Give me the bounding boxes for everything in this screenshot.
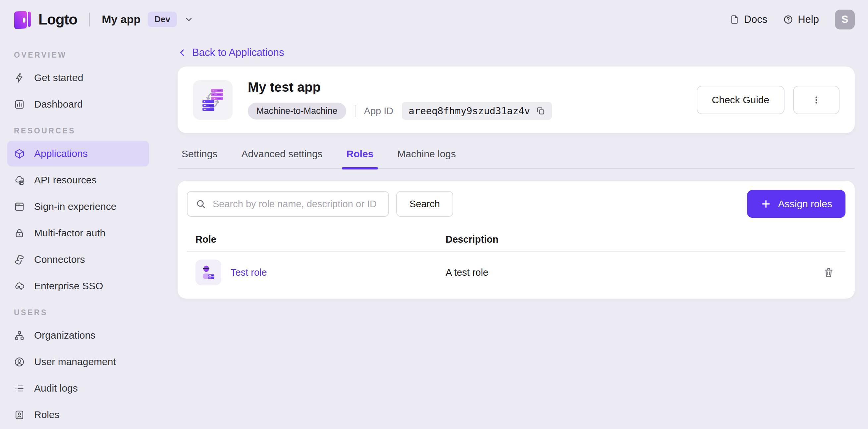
connectors-icon — [14, 254, 25, 265]
role-search-box[interactable] — [187, 191, 389, 217]
role-name-link[interactable]: Test role — [230, 267, 267, 278]
assign-roles-label: Assign roles — [778, 198, 832, 209]
sidebar-item-label: Multi-factor auth — [34, 227, 105, 239]
sidebar-item-get-started[interactable]: Get started — [7, 65, 149, 91]
app-id-pill: areeq8fhmy9szud31az4v — [402, 102, 552, 120]
user-circle-icon — [14, 357, 25, 367]
back-to-applications-link[interactable]: Back to Applications — [178, 47, 284, 59]
lightning-icon — [14, 72, 25, 84]
sidebar-item-label: Organizations — [34, 330, 95, 341]
docs-button[interactable]: Docs — [730, 13, 768, 26]
roles-panel: Search Assign roles Role Description — [178, 181, 855, 299]
app-header-card: My test app Machine-to-Machine App ID ar… — [178, 67, 855, 133]
kebab-icon — [811, 95, 821, 105]
trash-icon — [823, 267, 834, 278]
app-icon — [193, 80, 232, 120]
id-card-icon — [14, 409, 25, 420]
role-search-input[interactable] — [213, 199, 380, 209]
org-chart-icon — [14, 330, 25, 341]
sidebar-item-label: Roles — [34, 409, 60, 420]
chevron-left-icon — [178, 48, 187, 57]
sidebar-item-roles[interactable]: Roles — [7, 402, 149, 428]
section-label-resources: RESOURCES — [14, 127, 149, 135]
sidebar-item-label: Connectors — [34, 254, 85, 265]
roles-toolbar: Search Assign roles — [187, 190, 845, 218]
sidebar-item-label: Dashboard — [34, 99, 83, 110]
tab-settings[interactable]: Settings — [182, 148, 217, 168]
help-button[interactable]: Help — [783, 13, 819, 26]
sidebar-item-user-management[interactable]: User management — [7, 349, 149, 375]
topbar-right: Docs Help S — [730, 10, 855, 29]
sidebar-item-enterprise-sso[interactable]: Enterprise SSO — [7, 273, 149, 299]
copy-icon — [536, 106, 545, 116]
chevron-down-icon — [184, 15, 193, 24]
sidebar-item-organizations[interactable]: Organizations — [7, 322, 149, 348]
brand: Logto — [13, 9, 77, 30]
list-icon — [14, 383, 25, 394]
app-type-badge: Machine-to-Machine — [248, 103, 346, 120]
search-icon — [195, 199, 206, 209]
help-icon — [783, 14, 793, 25]
copy-app-id-button[interactable] — [536, 106, 545, 116]
roles-table-header: Role Description — [187, 228, 845, 252]
main-content: Back to Applications — [156, 39, 868, 429]
sidebar-item-label: Applications — [34, 148, 88, 159]
help-label: Help — [798, 13, 819, 26]
sidebar-item-audit-logs[interactable]: Audit logs — [7, 375, 149, 401]
search-button[interactable]: Search — [396, 191, 453, 217]
section-label-overview: OVERVIEW — [14, 51, 149, 60]
docs-label: Docs — [744, 13, 768, 26]
cloud-database-icon — [14, 175, 25, 186]
back-link-label: Back to Applications — [192, 47, 284, 59]
tenant-name: My app — [102, 13, 141, 26]
section-label-users: USERS — [14, 308, 149, 317]
role-description: A test role — [445, 267, 820, 278]
sidebar-item-multi-factor-auth[interactable]: Multi-factor auth — [7, 220, 149, 246]
sidebar-item-label: User management — [34, 356, 116, 367]
tab-machine-logs[interactable]: Machine logs — [397, 148, 456, 168]
avatar-initial: S — [841, 13, 848, 26]
sidebar-item-sign-in-experience[interactable]: Sign-in experience — [7, 194, 149, 220]
sidebar-item-connectors[interactable]: Connectors — [7, 246, 149, 272]
logto-logo-icon — [13, 9, 32, 30]
topbar: Logto My app Dev Docs Help S — [0, 0, 868, 39]
browser-icon — [14, 201, 25, 212]
sidebar-item-label: Get started — [34, 72, 83, 84]
column-description: Description — [445, 234, 499, 245]
user-avatar[interactable]: S — [835, 10, 855, 29]
plus-icon — [760, 198, 772, 209]
sidebar-item-api-resources[interactable]: API resources — [7, 167, 149, 193]
sidebar: OVERVIEW Get started Dashboard RESOURCES… — [0, 39, 156, 429]
lock-icon — [14, 228, 25, 239]
app-tabs: Settings Advanced settings Roles Machine… — [178, 148, 855, 169]
env-badge: Dev — [148, 11, 177, 27]
sidebar-item-dashboard[interactable]: Dashboard — [7, 91, 149, 117]
topbar-divider — [89, 12, 90, 27]
cloud-key-icon — [14, 281, 25, 292]
tenant-switcher[interactable]: My app Dev — [102, 11, 193, 27]
sidebar-item-label: Sign-in experience — [34, 201, 116, 212]
assign-roles-button[interactable]: Assign roles — [747, 190, 845, 218]
sidebar-item-label: Enterprise SSO — [34, 280, 103, 292]
machine-to-machine-illustration — [200, 88, 225, 112]
sidebar-item-label: Audit logs — [34, 383, 78, 394]
app-header-info: My test app Machine-to-Machine App ID ar… — [248, 80, 552, 120]
cube-icon — [14, 148, 25, 159]
logto-console: Logto My app Dev Docs Help S OVERVIEW — [0, 0, 868, 429]
role-illustration — [200, 264, 217, 281]
column-role: Role — [195, 234, 445, 245]
tab-roles[interactable]: Roles — [346, 148, 374, 168]
bar-chart-icon — [14, 99, 25, 110]
more-actions-button[interactable] — [793, 86, 839, 114]
delete-role-button[interactable] — [820, 264, 837, 281]
tab-advanced-settings[interactable]: Advanced settings — [241, 148, 322, 168]
docs-icon — [730, 14, 740, 25]
sidebar-item-label: API resources — [34, 174, 96, 186]
sidebar-item-applications[interactable]: Applications — [7, 141, 149, 166]
check-guide-button[interactable]: Check Guide — [697, 86, 784, 114]
role-icon — [195, 260, 221, 285]
meta-divider — [355, 105, 355, 117]
app-id-label: App ID — [364, 106, 394, 117]
app-title: My test app — [248, 80, 552, 95]
brand-name: Logto — [38, 11, 77, 28]
